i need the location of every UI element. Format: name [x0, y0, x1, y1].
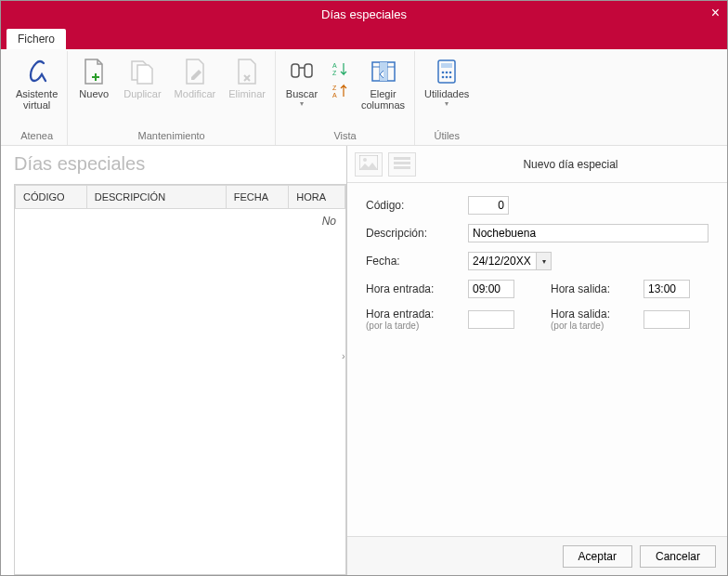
view-list-button[interactable]: [388, 152, 416, 177]
titlebar: Días especiales ×: [1, 1, 727, 27]
hora-salida-input[interactable]: [644, 280, 690, 298]
col-fecha[interactable]: FECHA: [226, 186, 289, 209]
ribbon-group-vista: Buscar ▾ AZ ZA Elegir c: [276, 51, 415, 145]
table-wrap: CÓDIGO DESCRIPCIÓN FECHA HORA No: [14, 184, 346, 575]
codigo-input[interactable]: [468, 196, 509, 215]
ribbon-group-mantenimiento: Nuevo Duplicar Modificar Eliminar: [68, 51, 276, 145]
ribbon-group-atenea: Asistente virtual Atenea: [6, 51, 68, 145]
collapse-handle[interactable]: ›: [342, 350, 345, 361]
svg-point-14: [446, 76, 448, 79]
svg-point-13: [442, 76, 445, 79]
alpha-icon: [22, 57, 52, 86]
svg-rect-20: [394, 166, 410, 169]
hora-salida2-input[interactable]: [644, 310, 690, 329]
hora-salida-label: Hora salida:: [551, 282, 634, 295]
svg-text:Z: Z: [332, 70, 337, 76]
sort-desc-button[interactable]: ZA: [328, 81, 352, 101]
svg-rect-0: [292, 64, 299, 77]
buscar-button[interactable]: Buscar ▾: [281, 55, 322, 110]
svg-rect-1: [305, 64, 312, 77]
tabstrip: Fichero: [1, 27, 727, 49]
panel-title: Nuevo día especial: [422, 158, 720, 171]
window-title: Días especiales: [321, 7, 407, 21]
utilidades-button[interactable]: Utilidades ▾: [421, 55, 473, 110]
hora-entrada2-wrap: Hora entrada: (por la tarde): [366, 308, 459, 331]
list-pane: Días especiales CÓDIGO DESCRIPCIÓN FECHA…: [1, 146, 346, 575]
page-title: Días especiales: [14, 153, 346, 175]
button-bar: Aceptar Cancelar: [347, 536, 727, 575]
ribbon: Asistente virtual Atenea Nuevo Duplicar: [1, 49, 727, 146]
sort-asc-button[interactable]: AZ: [328, 59, 352, 79]
col-codigo[interactable]: CÓDIGO: [16, 186, 87, 209]
sort-desc-icon: ZA: [332, 83, 348, 99]
group-label-mantenimiento: Mantenimiento: [138, 130, 205, 141]
content-area: Días especiales CÓDIGO DESCRIPCIÓN FECHA…: [1, 146, 727, 575]
group-label-atenea: Atenea: [20, 130, 53, 141]
delete-doc-icon: [232, 57, 262, 86]
fecha-input[interactable]: [468, 252, 537, 270]
calculator-icon: [432, 57, 462, 86]
group-label-vista: Vista: [333, 130, 356, 141]
tab-fichero[interactable]: Fichero: [6, 29, 66, 49]
svg-text:A: A: [332, 62, 337, 69]
edit-doc-icon: [180, 57, 210, 86]
duplicar-button: Duplicar: [120, 55, 164, 101]
svg-rect-19: [394, 162, 410, 164]
columns-icon: [369, 57, 398, 86]
chevron-down-icon: ▾: [542, 257, 546, 266]
sort-asc-icon: AZ: [332, 60, 348, 77]
binoculars-icon: [287, 57, 317, 86]
elegir-columnas-button[interactable]: Elegir columnas: [358, 55, 409, 112]
list-icon: [393, 155, 411, 173]
svg-point-11: [446, 72, 448, 74]
data-table: CÓDIGO DESCRIPCIÓN FECHA HORA: [15, 185, 345, 209]
hora-salida2-wrap: Hora salida: (por la tarde): [551, 308, 634, 331]
col-descripcion[interactable]: DESCRIPCIÓN: [86, 186, 226, 209]
modificar-button: Modificar: [171, 55, 220, 101]
svg-point-17: [363, 158, 367, 162]
codigo-label: Código:: [366, 199, 459, 212]
no-records-text: No: [15, 209, 345, 233]
image-icon: [359, 155, 378, 173]
ribbon-group-utiles: Utilidades ▾ Útiles: [415, 51, 478, 145]
detail-pane: › Nuevo día especial Código: Descripción…: [346, 146, 727, 575]
descripcion-label: Descripción:: [366, 227, 459, 240]
svg-rect-9: [441, 63, 452, 68]
cancelar-button[interactable]: Cancelar: [640, 545, 716, 568]
group-label-utiles: Útiles: [434, 130, 460, 141]
duplicate-icon: [127, 57, 157, 86]
close-icon[interactable]: ×: [711, 5, 720, 21]
view-image-button[interactable]: [355, 152, 383, 177]
panel-header: Nuevo día especial: [347, 146, 727, 183]
svg-point-15: [449, 76, 452, 79]
svg-rect-18: [394, 157, 410, 160]
aceptar-button[interactable]: Aceptar: [563, 545, 632, 568]
chevron-down-icon: ▾: [300, 99, 304, 108]
hora-entrada2-input[interactable]: [468, 310, 514, 329]
new-doc-icon: [79, 57, 109, 86]
hora-entrada-input[interactable]: [468, 280, 514, 298]
svg-text:A: A: [332, 92, 337, 98]
svg-point-10: [442, 72, 445, 74]
eliminar-button: Eliminar: [225, 55, 269, 101]
form: Código: Descripción: Fecha: ▾ Hora entra…: [347, 183, 727, 344]
nuevo-button[interactable]: Nuevo: [73, 55, 114, 101]
hora-entrada-label: Hora entrada:: [366, 282, 459, 295]
svg-point-12: [449, 72, 452, 74]
col-hora[interactable]: HORA: [289, 186, 345, 209]
asistente-virtual-button[interactable]: Asistente virtual: [12, 55, 61, 112]
fecha-label: Fecha:: [366, 255, 459, 268]
descripcion-input[interactable]: [468, 224, 708, 242]
chevron-down-icon: ▾: [445, 99, 448, 108]
fecha-dropdown-button[interactable]: ▾: [537, 252, 552, 270]
svg-text:Z: Z: [332, 85, 337, 91]
